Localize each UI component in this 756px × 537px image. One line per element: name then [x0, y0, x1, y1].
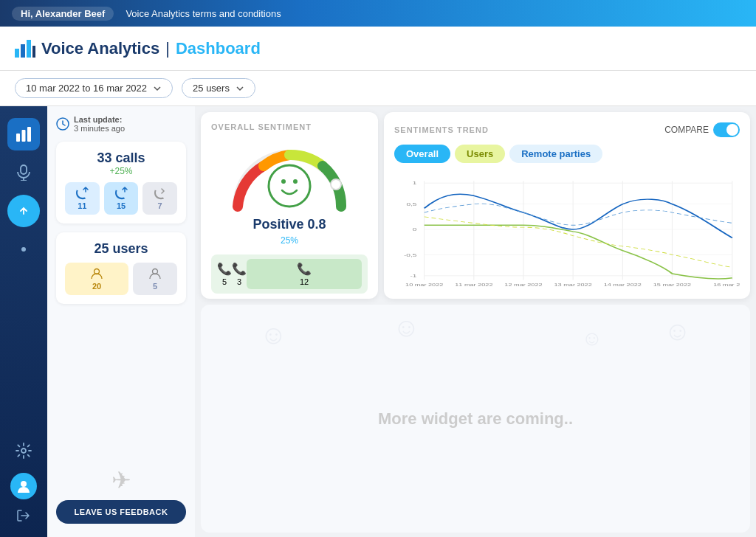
sentiment-percentage: 25% — [281, 235, 298, 246]
overall-sentiment-panel: OVERALL SENTIMENT — [201, 112, 378, 299]
date-range-dropdown[interactable]: 10 mar 2022 to 16 mar 2022 — [15, 78, 173, 98]
incoming-calls: 11 — [65, 182, 100, 215]
left-panel: Last update: 3 minutes ago 33 calls +25% — [47, 106, 195, 537]
last-update-time: 3 minutes ago — [74, 124, 125, 133]
active-users: 20 — [65, 263, 128, 295]
phone-incoming-icon — [75, 187, 89, 200]
svg-point-16 — [331, 179, 341, 190]
svg-text:0,5: 0,5 — [406, 202, 417, 207]
logo: Voice Analytics — [15, 39, 159, 58]
microphone-icon — [16, 164, 31, 181]
positive-sentiment: 📞 12 — [247, 259, 362, 289]
user-active-icon — [90, 267, 103, 280]
center-right-area: OVERALL SENTIMENT — [195, 106, 756, 537]
users-icons-row: 20 5 — [65, 263, 177, 295]
svg-point-19 — [293, 179, 298, 184]
toggle-switch[interactable] — [713, 122, 740, 137]
sentiment-chart: 1 0,5 0 -0,5 -1 — [394, 170, 740, 288]
svg-rect-0 — [15, 49, 19, 58]
feedback-button[interactable]: LEAVE US FEEDBACK — [56, 500, 186, 524]
calls-change: +25% — [65, 166, 177, 176]
sidebar-item-dot[interactable] — [7, 233, 40, 266]
svg-text:15 mar 2022: 15 mar 2022 — [653, 283, 691, 287]
gauge: Positive 0.8 25% — [211, 140, 368, 246]
phone-outgoing-icon — [114, 187, 128, 200]
svg-text:11 mar 2022: 11 mar 2022 — [455, 283, 492, 287]
svg-rect-2 — [27, 40, 31, 58]
last-update-label: Last update: — [74, 115, 125, 124]
svg-text:13 mar 2022: 13 mar 2022 — [554, 283, 591, 287]
negative-sentiment: 📞 5 — [217, 262, 232, 286]
svg-rect-1 — [21, 44, 25, 58]
positive-count: 12 — [300, 277, 309, 286]
upload-icon — [16, 204, 31, 218]
logo-icon — [15, 40, 35, 58]
svg-text:12 mar 2022: 12 mar 2022 — [504, 283, 542, 287]
ghost-smiley-2: ☺ — [393, 312, 420, 343]
outgoing-count: 15 — [117, 201, 126, 210]
svg-rect-5 — [22, 130, 26, 142]
tab-remote-parties[interactable]: Remote parties — [509, 145, 602, 163]
svg-rect-4 — [16, 134, 20, 142]
svg-point-12 — [21, 481, 27, 487]
svg-text:16 mar 2022: 16 mar 2022 — [713, 283, 740, 287]
chart-area: 1 0,5 0 -0,5 -1 — [394, 170, 740, 288]
incoming-count: 11 — [78, 201, 86, 210]
neutral-phone-icon: 📞 — [232, 262, 247, 276]
users-count: 25 users — [65, 241, 177, 257]
toggle-knob — [726, 124, 738, 136]
ghost-smiley-3: ☺ — [581, 327, 602, 350]
negative-count: 5 — [222, 277, 227, 286]
svg-text:0: 0 — [413, 227, 417, 232]
user-inactive-icon — [148, 267, 162, 280]
gauge-chart — [223, 140, 356, 214]
inactive-users: 5 — [133, 263, 177, 295]
header-divider: | — [165, 39, 170, 58]
compare-toggle[interactable]: COMPARE — [664, 122, 740, 137]
ghost-smiley-4: ☺ — [664, 316, 691, 347]
compare-label: COMPARE — [664, 125, 709, 135]
user-icon — [16, 479, 31, 493]
sidebar-item-upload[interactable] — [7, 195, 40, 227]
filters-bar: 10 mar 2022 to 16 mar 2022 25 users — [0, 71, 756, 106]
svg-text:1: 1 — [413, 181, 417, 186]
users-stat-card: 25 users 20 — [56, 232, 186, 304]
svg-point-17 — [269, 165, 310, 207]
sidebar-item-dashboard[interactable] — [7, 118, 40, 150]
greeting: Hi, Alexander Beef — [12, 7, 114, 21]
tab-users[interactable]: Users — [455, 145, 505, 163]
sidebar-item-settings[interactable] — [7, 434, 40, 467]
sidebar — [0, 106, 47, 537]
logout-icon — [16, 508, 31, 523]
calls-icons-row: 11 15 — [65, 182, 177, 215]
chevron-down-icon — [236, 84, 244, 93]
content-area: Last update: 3 minutes ago 33 calls +25% — [47, 106, 756, 537]
sentiments-trend-panel: SENTIMENTS TREND COMPARE Overall Users — [384, 112, 750, 299]
sidebar-item-logout[interactable] — [16, 508, 31, 527]
missed-calls: 7 — [142, 182, 177, 215]
phone-missed-icon — [154, 187, 167, 200]
top-panels: OVERALL SENTIMENT — [195, 106, 756, 305]
svg-rect-3 — [32, 46, 35, 58]
calls-count: 33 calls — [65, 150, 177, 166]
sentiments-trend-label: SENTIMENTS TREND — [394, 125, 489, 134]
sidebar-item-microphone[interactable] — [7, 156, 40, 189]
trend-header: SENTIMENTS TREND COMPARE — [394, 122, 740, 137]
avatar[interactable] — [10, 473, 37, 499]
svg-rect-7 — [21, 165, 27, 174]
tab-overall[interactable]: Overall — [394, 145, 450, 163]
negative-phone-icon: 📞 — [217, 262, 232, 276]
sentiment-value: Positive 0.8 — [252, 217, 326, 232]
users-dropdown[interactable]: 25 users — [182, 78, 255, 98]
calls-stat-card: 33 calls +25% 11 — [56, 142, 186, 224]
chevron-down-icon — [153, 84, 162, 93]
feedback-section: ✈ LEAVE US FEEDBACK — [56, 313, 186, 530]
svg-point-11 — [21, 448, 26, 453]
chart-icon — [16, 126, 32, 142]
terms-link[interactable]: Voice Analytics terms and conditions — [126, 8, 281, 19]
svg-text:-0,5: -0,5 — [404, 253, 417, 257]
neutral-sentiment: 📞 3 — [232, 262, 247, 286]
svg-text:10 mar 2022: 10 mar 2022 — [405, 283, 443, 287]
inactive-count: 5 — [153, 282, 157, 291]
last-update: Last update: 3 minutes ago — [56, 115, 186, 133]
